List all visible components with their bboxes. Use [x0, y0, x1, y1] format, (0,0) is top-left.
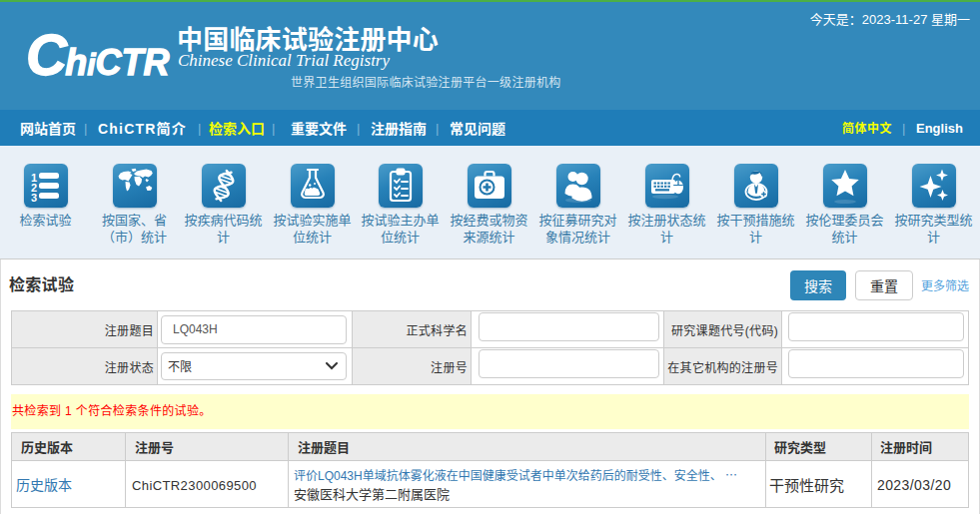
svg-text:3: 3: [31, 192, 37, 204]
